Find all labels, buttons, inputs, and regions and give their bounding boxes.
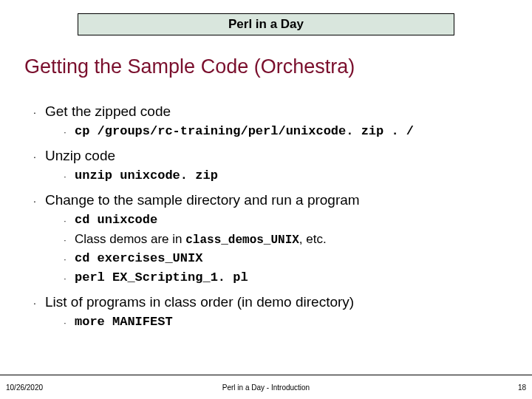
footer-divider [0,375,532,375]
item-text: Get the zipped code [45,103,171,120]
item-text: more MANIFEST [75,315,173,329]
list-item: ·Get the zipped code [24,103,512,121]
list-subitem: ·perl EX_Scripting_1. pl [55,270,512,287]
slide-footer: 10/26/2020 Perl in a Day - Introduction … [0,380,532,393]
bullet-icon: · [24,103,45,121]
slide-header: Perl in a Day [78,13,454,35]
item-text: Class demos are in class_demos_UNIX, etc… [75,232,327,247]
item-text: cd unixcode [75,213,157,227]
bullet-icon: · [55,232,75,248]
footer-page-number: 18 [518,383,526,392]
bullet-icon: · [24,192,45,210]
item-text: cp /groups/rc-training/perl/unixcode. zi… [75,124,414,138]
list-item: ·Unzip code [24,148,512,166]
list-subitem: ·cp /groups/rc-training/perl/unixcode. z… [55,124,512,140]
list-subitem: ·unzip unixcode. zip [55,168,512,185]
item-text: cd exercises_UNIX [75,251,202,265]
bullet-icon: · [24,148,45,166]
item-text: Change to the sample directory and run a… [45,192,360,208]
item-text: unzip unixcode. zip [75,168,218,183]
list-item: ·List of programs in class order (in dem… [24,294,512,312]
bullet-icon: · [55,251,75,267]
bullet-icon: · [24,294,45,312]
item-text: Unzip code [45,148,115,164]
bullet-icon: · [55,124,75,140]
item-text: List of programs in class order (in demo… [45,294,354,310]
list-item: ·Change to the sample directory and run … [24,192,512,210]
item-text: perl EX_Scripting_1. pl [75,270,248,284]
footer-subtitle: Perl in a Day - Introduction [0,383,532,392]
slide-title: Getting the Sample Code (Orchestra) [24,55,355,78]
list-subitem: ·Class demos are in class_demos_UNIX, et… [55,232,512,248]
bullet-icon: · [55,213,75,229]
slide-body: ·Get the zipped code·cp /groups/rc-train… [24,96,512,332]
bullet-icon: · [55,315,75,331]
list-subitem: ·cd unixcode [55,213,512,229]
bullet-icon: · [55,168,75,185]
bullet-icon: · [55,270,75,287]
list-subitem: ·cd exercises_UNIX [55,251,512,267]
list-subitem: ·more MANIFEST [55,315,512,331]
